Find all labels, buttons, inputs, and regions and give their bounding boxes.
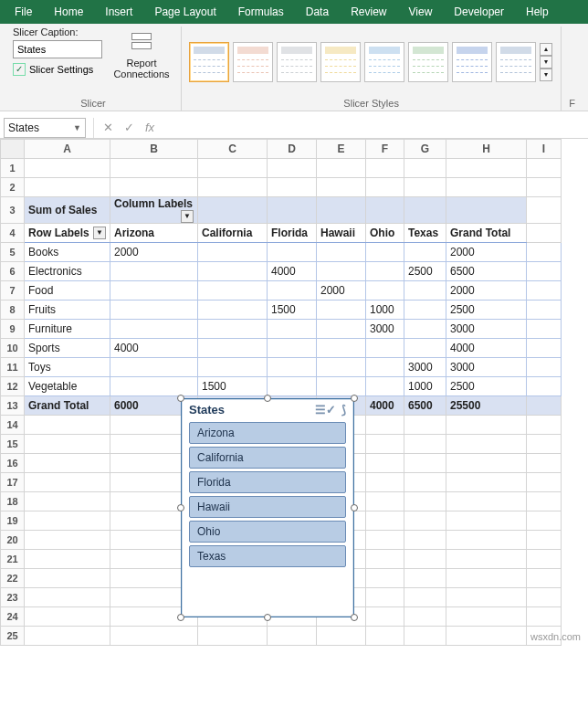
- cell[interactable]: [198, 262, 268, 281]
- cell[interactable]: [404, 197, 446, 224]
- cell[interactable]: [404, 243, 446, 262]
- cell[interactable]: [527, 416, 562, 435]
- cell[interactable]: [110, 281, 198, 301]
- cell[interactable]: 4000: [446, 339, 527, 358]
- cell[interactable]: [404, 569, 446, 588]
- cell[interactable]: [110, 358, 198, 377]
- cell[interactable]: 2500: [446, 301, 527, 320]
- cell[interactable]: [268, 281, 317, 301]
- row-header[interactable]: 7: [1, 281, 25, 301]
- cell[interactable]: [198, 301, 268, 320]
- row-header[interactable]: 13: [1, 396, 25, 416]
- cell[interactable]: [366, 178, 404, 197]
- gallery-more-icon[interactable]: ▾: [540, 69, 552, 81]
- cell[interactable]: 25500: [446, 396, 527, 416]
- cell[interactable]: 1500: [198, 377, 268, 396]
- cell[interactable]: [404, 339, 446, 358]
- row-header[interactable]: 5: [1, 243, 25, 262]
- cell[interactable]: 4000: [268, 262, 317, 281]
- cell[interactable]: [527, 492, 562, 511]
- cell[interactable]: [317, 358, 366, 377]
- select-all-corner[interactable]: [1, 140, 25, 159]
- column-header[interactable]: B: [110, 140, 198, 159]
- cell[interactable]: [527, 473, 562, 492]
- cell[interactable]: 6500: [404, 396, 446, 416]
- cell[interactable]: [268, 339, 317, 358]
- resize-handle-s[interactable]: [264, 614, 271, 621]
- cell[interactable]: 1000: [404, 377, 446, 396]
- gallery-scroll[interactable]: ▴ ▾ ▾: [540, 43, 552, 81]
- cell[interactable]: [404, 281, 446, 301]
- cell[interactable]: [366, 243, 404, 262]
- cell[interactable]: [527, 358, 562, 377]
- cell[interactable]: [366, 197, 404, 224]
- resize-handle-e[interactable]: [351, 504, 358, 511]
- row-header[interactable]: 19: [1, 511, 25, 531]
- cell[interactable]: Sports: [25, 339, 110, 358]
- cell[interactable]: [25, 416, 110, 435]
- cell[interactable]: [404, 607, 446, 627]
- row-header[interactable]: 17: [1, 473, 25, 492]
- cell[interactable]: [268, 243, 317, 262]
- cell[interactable]: [317, 178, 366, 197]
- cell[interactable]: [527, 320, 562, 339]
- cell[interactable]: Grand Total: [25, 396, 110, 416]
- cell[interactable]: 1000: [366, 301, 404, 320]
- cell[interactable]: [317, 377, 366, 396]
- cell[interactable]: [110, 262, 198, 281]
- chevron-down-icon[interactable]: ▼: [93, 227, 106, 239]
- slicer-item[interactable]: Texas: [189, 545, 346, 567]
- cell[interactable]: [198, 178, 268, 197]
- cell[interactable]: [366, 416, 404, 435]
- cell[interactable]: [366, 627, 404, 646]
- cell[interactable]: [366, 531, 404, 550]
- cell[interactable]: [25, 569, 110, 588]
- cell[interactable]: [366, 339, 404, 358]
- cell[interactable]: [446, 627, 527, 646]
- slicer-style-thumb[interactable]: [277, 42, 317, 82]
- cell[interactable]: [446, 550, 527, 569]
- cell[interactable]: [404, 178, 446, 197]
- cell[interactable]: [527, 550, 562, 569]
- cell[interactable]: [25, 550, 110, 569]
- cell[interactable]: [198, 159, 268, 178]
- column-header[interactable]: D: [268, 140, 317, 159]
- cell[interactable]: 2000: [446, 243, 527, 262]
- cell[interactable]: [446, 473, 527, 492]
- cell[interactable]: Electronics: [25, 262, 110, 281]
- cell[interactable]: [317, 320, 366, 339]
- slicer-style-thumb[interactable]: [189, 42, 229, 82]
- cell[interactable]: [268, 627, 317, 646]
- row-header[interactable]: 12: [1, 377, 25, 396]
- cancel-icon[interactable]: ✕: [98, 121, 119, 134]
- cell[interactable]: [110, 627, 198, 646]
- cell[interactable]: [366, 454, 404, 473]
- cell[interactable]: [25, 454, 110, 473]
- cell[interactable]: [366, 358, 404, 377]
- cell[interactable]: [527, 243, 562, 262]
- cell[interactable]: Books: [25, 243, 110, 262]
- cell[interactable]: [527, 301, 562, 320]
- cell[interactable]: [268, 320, 317, 339]
- row-header[interactable]: 25: [1, 627, 25, 646]
- cell[interactable]: [317, 301, 366, 320]
- gallery-up-icon[interactable]: ▴: [540, 43, 552, 56]
- cell[interactable]: [446, 607, 527, 627]
- cell[interactable]: Texas: [404, 224, 446, 243]
- cell[interactable]: [317, 339, 366, 358]
- row-header[interactable]: 8: [1, 301, 25, 320]
- cell[interactable]: Vegetable: [25, 377, 110, 396]
- cell[interactable]: [268, 358, 317, 377]
- column-header[interactable]: C: [198, 140, 268, 159]
- cell[interactable]: 3000: [366, 320, 404, 339]
- cell[interactable]: [366, 435, 404, 454]
- cell[interactable]: [404, 550, 446, 569]
- cell[interactable]: [527, 396, 562, 416]
- cell[interactable]: [404, 159, 446, 178]
- resize-handle-nw[interactable]: [177, 395, 184, 402]
- menu-help[interactable]: Help: [515, 2, 560, 22]
- row-header[interactable]: 6: [1, 262, 25, 281]
- slicer-item[interactable]: California: [189, 447, 346, 469]
- cell[interactable]: [366, 262, 404, 281]
- cell[interactable]: California: [198, 224, 268, 243]
